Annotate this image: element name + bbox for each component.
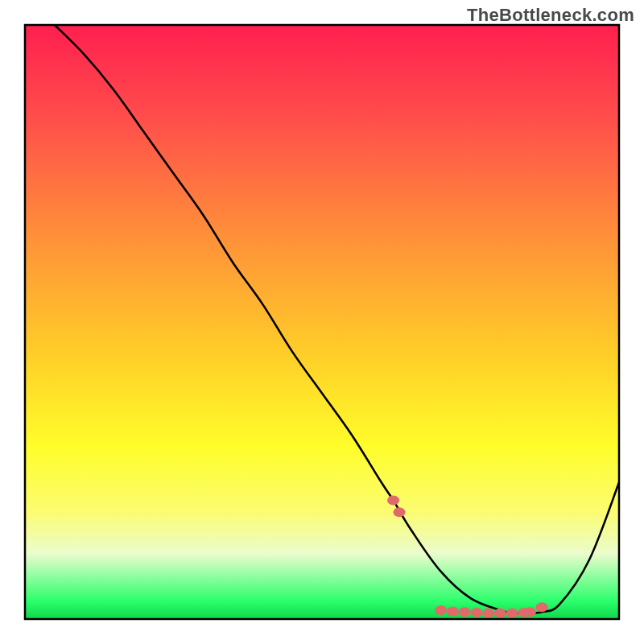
marker-point bbox=[393, 507, 405, 517]
highlight-markers bbox=[387, 495, 548, 617]
marker-point bbox=[447, 606, 459, 616]
plot-svg bbox=[25, 25, 619, 619]
marker-point bbox=[435, 605, 447, 615]
marker-point bbox=[536, 602, 548, 612]
bottleneck-curve bbox=[55, 25, 619, 613]
marker-point bbox=[494, 609, 506, 618]
marker-point bbox=[387, 495, 399, 505]
marker-point bbox=[524, 607, 536, 617]
chart-container: TheBottleneck.com bbox=[0, 0, 644, 644]
marker-point bbox=[506, 609, 518, 618]
marker-point bbox=[470, 608, 482, 617]
marker-point bbox=[459, 607, 471, 617]
watermark-text: TheBottleneck.com bbox=[467, 5, 634, 26]
marker-point bbox=[482, 609, 494, 618]
